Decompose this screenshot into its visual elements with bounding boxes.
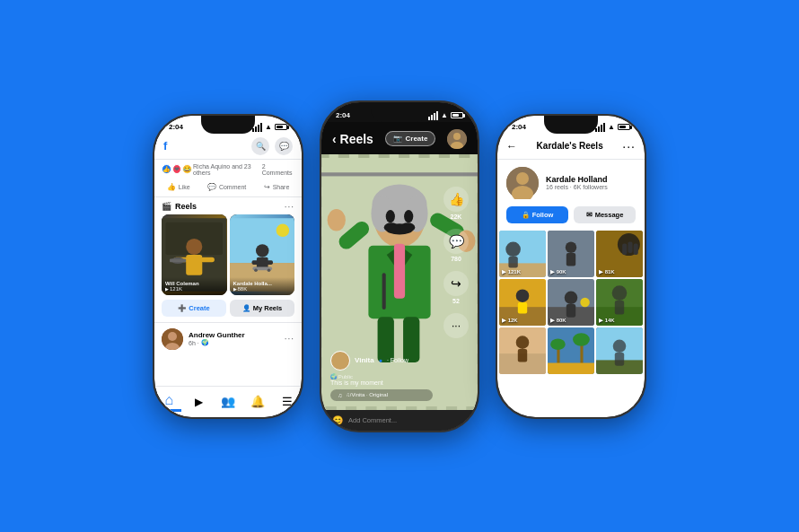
messenger-icon-btn[interactable]: 💬 <box>275 137 293 155</box>
svg-point-78 <box>516 336 530 349</box>
reel-description: This is my moment <box>330 379 433 386</box>
svg-point-32 <box>386 210 395 222</box>
reel-3-views: ▶ 81K <box>599 268 615 275</box>
profile-reel-2[interactable]: ▶ 90K <box>548 231 594 277</box>
message-icon: ✉ <box>586 211 593 219</box>
reel-film-icon: 🎬 <box>162 202 171 211</box>
reel-bottom-info: Vinita ● · Follow 🌍 Public This is my mo… <box>330 351 433 401</box>
svg-point-11 <box>256 244 269 257</box>
create-label: Create <box>189 304 209 312</box>
nav-bell[interactable]: 🔔 <box>245 392 270 412</box>
reel-audio-bar[interactable]: ♫ ♫/Vinita · Original <box>330 389 433 401</box>
nav-menu[interactable]: ☰ <box>275 392 300 412</box>
svg-point-49 <box>516 172 529 185</box>
phones-container: 2:04 ▲ f 🔍 💬 <box>135 83 664 450</box>
post-time: 6h <box>189 340 196 346</box>
profile-reel-9[interactable] <box>596 327 643 374</box>
profile-reel-4[interactable]: ▶ 12K <box>499 279 546 326</box>
creator-avatar-svg <box>447 129 467 149</box>
reels-top-bar: ‹ Reels 📷 Create <box>321 122 478 154</box>
nav-people[interactable]: 👥 <box>215 392 241 412</box>
reel-card-1[interactable]: Will Coleman ▶ 121K <box>162 214 227 295</box>
svg-rect-3 <box>186 255 202 275</box>
reels-more-button[interactable]: ··· <box>285 202 294 212</box>
like-action[interactable]: 👍 22K <box>443 187 469 220</box>
like-icon: 👍 <box>167 183 176 191</box>
reel-svg-8 <box>548 327 594 374</box>
play-icon-2: ▶ <box>233 286 237 292</box>
follow-button[interactable]: 🔒 Follow <box>506 206 568 223</box>
share-icon-action: ↪ <box>443 271 469 296</box>
notch-center <box>371 102 428 122</box>
profile-reel-3[interactable]: ▶ 81K <box>596 231 643 277</box>
profile-reel-5[interactable]: ▶ 80K <box>548 279 594 326</box>
reel-1-views: ▶ 121K <box>502 268 521 275</box>
profile-header: ← Kardale's Reels ··· <box>497 134 645 160</box>
status-icons-left: ▲ <box>252 123 287 132</box>
search-icon-btn[interactable]: 🔍 <box>251 137 269 155</box>
back-arrow[interactable]: ‹ Reels <box>332 132 373 146</box>
phone-left: 2:04 ▲ f 🔍 💬 <box>153 114 303 419</box>
create-reel-button[interactable]: ➕ Create <box>162 300 226 317</box>
back-arrow-right[interactable]: ← <box>506 140 517 153</box>
follow-link[interactable]: · Follow <box>387 357 408 363</box>
profile-reel-8[interactable] <box>548 327 594 374</box>
post-more-button[interactable]: ··· <box>285 334 294 344</box>
post-name: Andrew Gunther <box>189 331 279 339</box>
reels-label: Reels <box>175 202 197 211</box>
reel-card-2[interactable]: Kardale Holla... ▶ 88K <box>230 214 295 295</box>
post-item: Andrew Gunther 6h · 🌍 ··· <box>154 322 302 355</box>
phone-right: 2:04 ▲ ← Kardale's Reels ··· <box>496 114 646 419</box>
post-privacy-sep: · <box>198 340 199 346</box>
message-button[interactable]: ✉ Message <box>574 206 636 223</box>
battery-icon-center <box>451 112 463 118</box>
reel-1-views-count: 121K <box>170 286 182 292</box>
svg-rect-54 <box>508 257 517 267</box>
share-button[interactable]: ↪ Share <box>259 180 295 194</box>
my-reels-button[interactable]: 👤 My Reels <box>230 300 294 317</box>
profile-info: Kardale Holland 16 reels · 6K followers <box>497 160 645 206</box>
comment-button[interactable]: 💬 Comment <box>202 180 251 194</box>
reel-1-views: ▶ 121K <box>165 286 224 292</box>
love-emoji: ❤ <box>172 164 181 174</box>
menu-icon: ☰ <box>282 395 293 408</box>
reel-username: Vinita <box>355 356 374 364</box>
play-icon-1: ▶ <box>165 286 169 292</box>
comment-count: 780 <box>451 256 461 262</box>
post-avatar <box>162 328 183 350</box>
more-action[interactable]: ··· <box>443 313 469 338</box>
svg-point-33 <box>404 210 413 222</box>
profile-reel-1[interactable]: ▶ 121K <box>499 231 546 277</box>
reels-grid-left: Will Coleman ▶ 121K <box>154 214 302 300</box>
nav-home[interactable]: ⌂ <box>156 392 181 412</box>
like-button[interactable]: 👍 Like <box>162 180 196 194</box>
nav-video[interactable]: ▶ <box>186 392 211 412</box>
comments-count: 2 Comments <box>262 163 294 176</box>
post-meta: 6h · 🌍 <box>189 339 279 346</box>
profile-reel-6[interactable]: ▶ 14K <box>596 279 643 326</box>
comment-action[interactable]: 💬 780 <box>443 229 469 262</box>
profile-details: Kardale Holland 16 reels · 6K followers <box>546 175 608 190</box>
battery-icon <box>275 124 287 130</box>
svg-rect-75 <box>615 300 624 314</box>
create-button-center[interactable]: 📷 Create <box>385 131 436 146</box>
like-count: 22K <box>451 214 462 220</box>
svg-rect-5 <box>201 257 215 261</box>
globe-icon: 🌍 <box>201 339 209 346</box>
reel-2-views: ▶ 88K <box>233 286 292 292</box>
svg-point-22 <box>453 133 461 140</box>
comment-emoji: 😊 <box>332 415 343 425</box>
reaction-emojis: 👍 ❤ 😂 Richa Aquino and 23 others <box>162 163 262 176</box>
svg-point-2 <box>186 238 202 254</box>
svg-rect-13 <box>251 260 260 265</box>
comment-placeholder[interactable]: Add Comment... <box>348 416 467 424</box>
profile-reel-7[interactable] <box>499 327 546 374</box>
my-reels-label: My Reels <box>253 304 283 312</box>
profile-more-button[interactable]: ··· <box>622 139 636 153</box>
fb-header-icons: 🔍 💬 <box>251 137 293 155</box>
svg-rect-85 <box>548 362 594 373</box>
share-action[interactable]: ↪ 52 <box>443 271 469 304</box>
share-icon: ↪ <box>264 183 270 191</box>
wifi-icon-right: ▲ <box>608 123 615 131</box>
svg-point-56 <box>566 241 576 252</box>
